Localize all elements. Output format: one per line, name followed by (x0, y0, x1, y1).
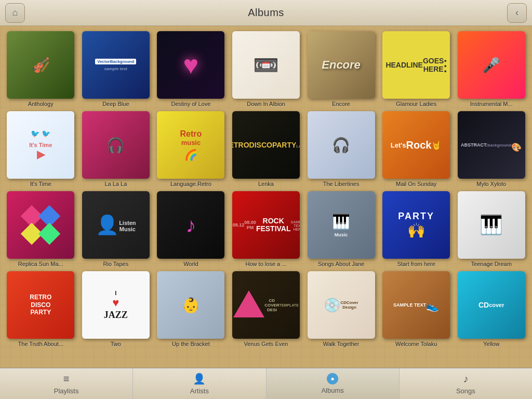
album-title: Start from here (397, 261, 435, 267)
album-title: Welcome Tolaku (395, 341, 437, 347)
tab-bar: ≡ Playlists 👤 Artists ● Albums ♪ Songs (0, 368, 532, 399)
album-title: World (183, 261, 198, 267)
album-title: Mylo Xyloto (476, 181, 506, 187)
back-button[interactable]: ‹ (507, 3, 527, 23)
album-title: It's Time (30, 181, 51, 187)
album-title: Teenage Dream (471, 261, 512, 267)
list-item[interactable]: RETRO DISCO PARTY Lenka Lenka (231, 111, 302, 187)
tab-playlists[interactable]: ≡ Playlists (0, 368, 133, 399)
list-item[interactable]: I ♥ JAZZ Two (81, 271, 152, 347)
home-button[interactable]: ⌂ (5, 3, 25, 23)
album-title: How to lose a ... (246, 261, 287, 267)
album-title: Deep Blue (102, 101, 129, 107)
album-title: Instrumental M... (470, 101, 513, 107)
list-item[interactable]: 💿 CDCoverDesign Walk Together (305, 271, 377, 347)
list-item[interactable]: PARTY 🙌 Start from here (381, 191, 452, 267)
album-title: Replica Sun Ma... (18, 261, 63, 267)
album-title: Walk Together (323, 341, 360, 347)
list-item[interactable]: 🎹 Teenage Dream (456, 191, 527, 267)
list-item[interactable]: CD COVER DESI TEMPLATE Venus Gets Even (231, 271, 302, 347)
album-title: La La La (104, 181, 127, 187)
tab-albums[interactable]: ● Albums (267, 368, 400, 399)
tab-albums-label: Albums (321, 387, 343, 394)
album-title: Up the Bracket (172, 341, 210, 347)
album-title: Glamour Ladies (396, 101, 436, 107)
list-item[interactable]: 🎧 The Libertines (305, 111, 377, 187)
page-title: Albums (248, 7, 284, 19)
list-item[interactable]: ABSTRACT: background 🎨 Mylo Xyloto (456, 111, 527, 187)
album-title: Rio Tapes (103, 261, 128, 267)
album-title: The Libertines (323, 181, 360, 187)
list-item[interactable]: 👶 Up the Bracket (155, 271, 227, 347)
album-title: Language.Retro (170, 181, 211, 187)
list-item[interactable]: RETRODISCOPARTY The Truth About... (5, 271, 76, 347)
list-item[interactable]: 🎤 Instrumental M... (456, 31, 527, 107)
list-item[interactable]: 👤 ListenMusic Rio Tapes (81, 191, 152, 267)
list-item[interactable]: 🐦 🐦 It's Time ▶ It's Time (5, 111, 76, 187)
list-item[interactable]: HEADLINE GOES HERE ● ● ● Glamour Ladies (381, 31, 452, 107)
album-title: Destiny of Love (171, 101, 211, 107)
list-item[interactable]: 18.08.12 08.00 PM ROCKFESTIVAL SAMPLE TE… (231, 191, 302, 267)
album-title: The Truth About... (18, 341, 63, 347)
album-title: Anthology (28, 101, 54, 107)
tab-songs[interactable]: ♪ Songs (400, 368, 532, 399)
list-item[interactable]: VectorBackground sample text Deep Blue (81, 31, 152, 107)
albums-grid: 🎻 Anthology VectorBackground sample text… (5, 31, 527, 347)
album-title: Mail On Sunday (396, 181, 436, 187)
list-item[interactable]: CD cover Yellow (456, 271, 527, 347)
list-item[interactable]: Let's Rock 🤘 Mail On Sunday (381, 111, 452, 187)
artists-icon: 👤 (193, 373, 206, 385)
album-title: Songs About Jane (318, 261, 364, 267)
playlists-icon: ≡ (63, 373, 70, 385)
header: ⌂ Albums ‹ (0, 0, 532, 26)
list-item[interactable]: ♪ World (155, 191, 227, 267)
songs-icon: ♪ (463, 373, 468, 385)
list-item[interactable]: SAMPLE TEXT 👟 Welcome Tolaku (381, 271, 452, 347)
list-item[interactable]: 🎹 Music Songs About Jane (305, 191, 377, 267)
list-item[interactable]: Encore Encore (305, 31, 377, 107)
album-title: Lenka (258, 181, 274, 187)
album-title: Yellow (483, 341, 499, 347)
album-title: Down In Albion (247, 101, 285, 107)
albums-grid-container: 🎻 Anthology VectorBackground sample text… (0, 26, 532, 368)
list-item[interactable]: 📼 Down In Albion (231, 31, 302, 107)
album-title: Two (111, 341, 121, 347)
list-item[interactable]: Retro music 🌈 Language.Retro (155, 111, 227, 187)
list-item[interactable]: 🎻 Anthology (5, 31, 76, 107)
list-item[interactable]: Replica Sun Ma... (5, 191, 76, 267)
list-item[interactable]: ♥ Destiny of Love (155, 31, 227, 107)
tab-songs-label: Songs (456, 387, 475, 395)
list-item[interactable]: 🎧 La La La (81, 111, 152, 187)
album-title: Encore (332, 101, 350, 107)
album-title: Venus Gets Even (244, 341, 288, 347)
tab-artists[interactable]: 👤 Artists (133, 368, 266, 399)
albums-icon: ● (327, 373, 338, 384)
tab-playlists-label: Playlists (54, 387, 79, 395)
tab-artists-label: Artists (190, 387, 209, 395)
